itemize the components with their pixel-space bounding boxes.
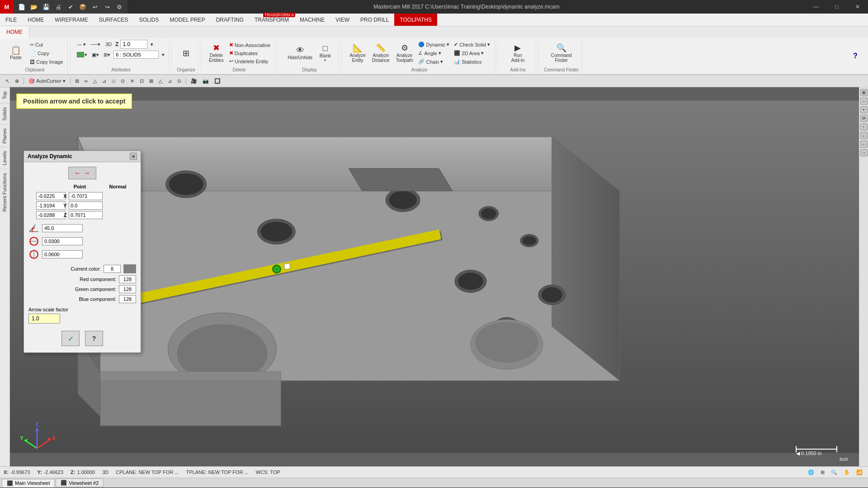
cut-button[interactable]: ✂ Cut xyxy=(28,41,65,49)
analyze-toolpath-button[interactable]: ⚙ AnalyzeToolpath xyxy=(393,41,416,66)
z-dropdown[interactable]: ▾ xyxy=(149,41,155,48)
point-z-input[interactable]: -0.0288 xyxy=(36,211,66,219)
tab-home[interactable]: HOME xyxy=(0,26,29,39)
color-number-input[interactable]: 8 xyxy=(104,265,121,273)
dynamic-button[interactable]: 🔵 Dynamic▾ xyxy=(416,41,451,48)
st-autocursor[interactable]: 🎯 AutoCursor ▾ xyxy=(27,77,67,85)
color-dropdown[interactable]: ▾ xyxy=(75,51,89,59)
rs-btn3[interactable]: + xyxy=(860,106,868,113)
rs-btn2[interactable]: − xyxy=(860,98,868,105)
layers-input[interactable]: 6 : SOLIDS xyxy=(113,51,159,59)
status-network-icon[interactable]: 📶 xyxy=(854,469,864,476)
rs-btn7[interactable]: ← xyxy=(860,141,868,148)
menu-view[interactable]: VIEW xyxy=(330,14,355,26)
st-snap11[interactable]: ⊿ xyxy=(166,77,174,85)
menu-file[interactable]: FILE xyxy=(0,14,22,26)
rs-btn1[interactable]: ⊞ xyxy=(860,89,868,96)
menu-machine[interactable]: MACHINE xyxy=(294,14,330,26)
st-snap8[interactable]: ⊡ xyxy=(138,77,146,85)
paste-button[interactable]: 📋 Paste xyxy=(5,41,27,66)
st-snap7[interactable]: ✕ xyxy=(128,77,136,85)
qa-extra2[interactable]: ⚙ xyxy=(114,1,125,12)
st-btn2[interactable]: ⊕ xyxy=(13,77,21,85)
maximize-button[interactable]: □ xyxy=(826,0,847,14)
status-globe-icon[interactable]: 🌐 xyxy=(806,469,816,476)
rs-btn4[interactable]: ⟳ xyxy=(860,115,868,122)
analyze-entity-button[interactable]: 📐 AnalyzeEntity xyxy=(347,41,368,66)
menu-model-prep[interactable]: MODEL PREP xyxy=(164,14,210,26)
check-solid-button[interactable]: ✔ Check Solid▾ xyxy=(452,41,492,48)
st-snap2[interactable]: ∞ xyxy=(83,77,90,84)
main-viewsheet-tab[interactable]: ⬛ Main Viewsheet xyxy=(2,479,55,487)
hatch-dropdown[interactable]: ⊞▾ xyxy=(102,51,112,59)
ok-button[interactable]: ✓ xyxy=(61,331,80,346)
st-snap1[interactable]: ⊞ xyxy=(73,77,81,85)
menu-home[interactable]: HOME xyxy=(22,14,49,26)
help-button[interactable]: ? xyxy=(846,51,864,61)
dialog-close-button[interactable]: ✕ xyxy=(130,153,137,160)
st-snap9[interactable]: ⊠ xyxy=(147,77,155,85)
delete-entities-button[interactable]: ✖ DeleteEntities xyxy=(206,41,226,66)
qa-extra1[interactable]: 📦 xyxy=(77,1,88,12)
blank-button[interactable]: □ Blank ▾ xyxy=(316,41,334,66)
close-button[interactable]: ✕ xyxy=(847,0,868,14)
non-associative-button[interactable]: ✖ Non-Associative xyxy=(227,41,272,49)
st-view2[interactable]: 📷 xyxy=(201,77,211,85)
organize-button[interactable]: ⊞ xyxy=(177,41,195,66)
menu-wireframe[interactable]: WIREFRAME xyxy=(49,14,93,26)
run-addin-button[interactable]: ▶ RunAdd-In xyxy=(509,41,527,66)
line-type-dropdown[interactable]: — ▾ xyxy=(75,41,87,48)
menu-drafting[interactable]: DRAFTING xyxy=(211,14,249,26)
open-button[interactable]: 📂 xyxy=(28,1,39,12)
st-snap5[interactable]: ◇ xyxy=(110,77,117,85)
curvature1-input[interactable]: 0.0300 xyxy=(42,237,83,245)
sidebar-tab-planes[interactable]: Planes xyxy=(0,124,9,147)
menu-transform[interactable]: TRANSFORM TRANSFORM A xyxy=(249,14,294,26)
statistics-button[interactable]: 📊 Statistics xyxy=(452,58,492,66)
verify-button[interactable]: ✔ xyxy=(65,1,76,12)
curvature2-input[interactable]: 0.0600 xyxy=(42,250,83,258)
style-dropdown[interactable]: ▣▾ xyxy=(90,51,100,59)
z-input[interactable]: 1.0 xyxy=(120,40,147,49)
st-snap12[interactable]: ⊙ xyxy=(175,77,183,85)
status-pan-icon[interactable]: ✋ xyxy=(842,469,852,476)
copy-button[interactable]: 📄 Copy xyxy=(28,50,65,57)
rs-btn6[interactable]: ↓ xyxy=(860,132,868,139)
chain-button[interactable]: 🔗 Chain▾ xyxy=(416,58,451,66)
st-snap3[interactable]: △ xyxy=(91,77,99,85)
redo-button[interactable]: ↪ xyxy=(102,1,113,12)
hide-unhide-button[interactable]: 👁 Hide/Unhide xyxy=(285,41,315,66)
sidebar-tab-top[interactable]: Top xyxy=(0,87,9,103)
normal-y-input[interactable]: 0.0 xyxy=(69,202,103,210)
layers-dropdown[interactable]: ▾ xyxy=(160,51,166,59)
sidebar-tab-levels[interactable]: Levels xyxy=(0,147,9,169)
status-fit-icon[interactable]: ⊞ xyxy=(819,469,826,476)
normal-x-input[interactable]: -0.7071 xyxy=(69,192,103,200)
menu-surfaces[interactable]: SURFACES xyxy=(94,14,134,26)
viewport[interactable]: Position arrow and click to accept Analy… xyxy=(10,87,859,466)
cmd-finder-button[interactable]: 🔍 CommandFinder xyxy=(548,41,575,66)
st-view1[interactable]: 🎥 xyxy=(189,77,199,85)
scale-input[interactable]: 1.0 xyxy=(28,314,60,324)
help-dialog-button[interactable]: ? xyxy=(85,331,103,346)
angle-button[interactable]: ∠ Angle▾ xyxy=(416,49,451,57)
new-button[interactable]: 📄 xyxy=(16,1,27,12)
point-y-input[interactable]: -1.9194 xyxy=(36,202,66,210)
area-2d-button[interactable]: ⬛ 2D Area▾ xyxy=(452,49,492,57)
sidebar-tab-solids[interactable]: Solids xyxy=(0,103,9,124)
point-x-input[interactable]: -0.0225 xyxy=(36,192,66,200)
duplicates-button[interactable]: ✖ Duplicates xyxy=(227,49,272,57)
green-input[interactable]: 128 xyxy=(119,285,136,293)
blue-input[interactable]: 128 xyxy=(119,295,136,303)
save-button[interactable]: 💾 xyxy=(41,1,52,12)
arrow-direction-button[interactable]: ← → xyxy=(68,167,96,179)
color-swatch-display[interactable] xyxy=(123,264,136,273)
angle-input[interactable]: 45.0 xyxy=(42,224,83,232)
print-button[interactable]: 🖨 xyxy=(53,1,64,12)
menu-toolpaths[interactable]: TOOLPATHS xyxy=(394,14,437,26)
rs-btn5[interactable]: ↑ xyxy=(860,123,868,131)
3d-button[interactable]: 3D xyxy=(104,41,113,48)
red-input[interactable]: 128 xyxy=(119,275,136,283)
rs-btn8[interactable]: → xyxy=(860,149,868,156)
st-select-arrow[interactable]: ↖ xyxy=(4,77,11,85)
